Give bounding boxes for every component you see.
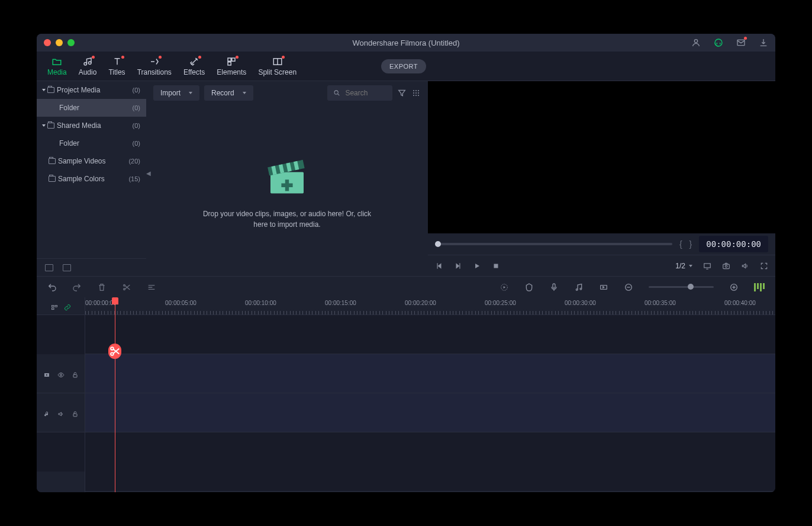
snapshot-icon[interactable] xyxy=(722,262,730,270)
tab-media[interactable]: Media xyxy=(41,54,73,79)
sidebar-item-sample-colors[interactable]: Sample Colors(15) xyxy=(37,170,146,188)
tree-item-label: Shared Media xyxy=(57,121,101,130)
audio-meter-icon[interactable] xyxy=(754,283,765,291)
playhead-split-button[interactable] xyxy=(108,344,121,359)
tab-audio[interactable]: Audio xyxy=(73,54,103,79)
maximize-window-button[interactable] xyxy=(67,39,75,46)
filter-icon[interactable] xyxy=(397,88,407,98)
video-track-icon[interactable] xyxy=(43,370,50,377)
svg-rect-32 xyxy=(553,284,555,288)
tab-effects[interactable]: Effects xyxy=(178,54,211,79)
timeline-body[interactable]: 00:00:00:0000:00:05:0000:00:10:0000:00:1… xyxy=(85,297,775,492)
timeline-ruler[interactable]: 00:00:00:0000:00:05:0000:00:10:0000:00:1… xyxy=(85,297,775,315)
titles-icon xyxy=(112,56,123,67)
search-input[interactable] xyxy=(345,89,386,97)
sidebar-item-project-media[interactable]: Project Media(0) xyxy=(37,81,146,99)
sidebar-item-folder[interactable]: Folder(0) xyxy=(37,134,146,152)
play-button[interactable] xyxy=(473,262,481,270)
tab-transitions[interactable]: Transitions xyxy=(131,54,178,79)
mark-out-button[interactable]: } xyxy=(689,239,692,249)
chevron-down-icon xyxy=(189,92,192,94)
audio-mixer-icon[interactable] xyxy=(574,283,584,292)
split-button[interactable] xyxy=(122,283,131,292)
timeline-toolbar xyxy=(37,276,775,297)
messages-icon[interactable] xyxy=(736,38,746,47)
zoom-in-button[interactable] xyxy=(729,283,739,292)
folder-icon xyxy=(47,123,54,129)
svg-point-13 xyxy=(413,92,414,94)
lock-icon[interactable] xyxy=(72,409,79,416)
preview-quality-dropdown[interactable]: 1/2 xyxy=(675,262,692,270)
voiceover-icon[interactable] xyxy=(549,283,559,292)
window-title: Wondershare Filmora (Untitled) xyxy=(352,39,459,47)
svg-rect-38 xyxy=(51,305,54,307)
audio-track-1[interactable] xyxy=(85,393,775,432)
mute-icon[interactable] xyxy=(57,409,65,416)
video-track-1[interactable] xyxy=(85,354,775,393)
audio-track-icon[interactable] xyxy=(43,409,50,416)
link-icon[interactable] xyxy=(64,303,71,310)
close-window-button[interactable] xyxy=(44,39,51,46)
svg-point-10 xyxy=(413,90,414,91)
collapse-sidebar-handle[interactable]: ◀ xyxy=(146,164,151,182)
timeline: 00:00:00:0000:00:05:0000:00:10:0000:00:1… xyxy=(37,297,775,492)
mark-in-button[interactable]: { xyxy=(679,239,682,249)
import-dropdown[interactable]: Import xyxy=(153,85,199,101)
volume-icon[interactable] xyxy=(741,262,749,270)
grid-view-icon[interactable] xyxy=(411,88,421,98)
svg-point-42 xyxy=(60,374,62,376)
svg-point-34 xyxy=(580,288,582,290)
svg-point-16 xyxy=(413,95,414,96)
minimize-window-button[interactable] xyxy=(56,39,63,46)
svg-point-11 xyxy=(415,90,417,91)
record-dropdown[interactable]: Record xyxy=(204,85,253,101)
next-frame-button[interactable] xyxy=(454,262,462,270)
edit-tools-button[interactable] xyxy=(147,283,156,292)
support-icon[interactable] xyxy=(714,38,723,47)
marker-icon[interactable] xyxy=(524,283,534,292)
render-preview-icon[interactable] xyxy=(500,283,509,292)
new-folder-plus-icon[interactable] xyxy=(45,264,53,271)
account-icon[interactable] xyxy=(691,38,701,47)
svg-rect-40 xyxy=(55,305,57,307)
lock-icon[interactable] xyxy=(72,370,79,377)
delete-button[interactable] xyxy=(97,283,107,292)
ruler-tick: 00:00:35:00 xyxy=(645,300,676,306)
undo-button[interactable] xyxy=(47,283,57,292)
media-drop-area[interactable]: Drop your video clips, images, or audio … xyxy=(146,105,428,276)
folder-icon[interactable] xyxy=(63,264,71,271)
manage-tracks-icon[interactable] xyxy=(51,303,58,310)
export-button[interactable]: EXPORT xyxy=(381,59,426,73)
ruler-tick: 00:00:20:00 xyxy=(405,300,436,306)
playhead[interactable] xyxy=(115,297,115,492)
media-sidebar: Project Media(0)Folder(0)Shared Media(0)… xyxy=(37,81,146,276)
traffic-lights xyxy=(44,39,75,46)
keyframe-icon[interactable] xyxy=(599,283,608,292)
fullscreen-icon[interactable] xyxy=(760,262,768,270)
tab-elements[interactable]: Elements xyxy=(211,54,252,79)
preview-scrubber[interactable] xyxy=(435,243,672,245)
download-icon[interactable] xyxy=(759,38,768,47)
sidebar-item-folder[interactable]: Folder(0) xyxy=(37,99,146,117)
redo-button[interactable] xyxy=(72,283,82,292)
svg-point-0 xyxy=(694,40,697,43)
app-window: Wondershare Filmora (Untitled) Media Aud… xyxy=(37,34,775,492)
zoom-out-button[interactable] xyxy=(624,283,633,292)
tab-titles[interactable]: Titles xyxy=(102,54,131,79)
folder-icon xyxy=(49,158,56,164)
prev-frame-button[interactable] xyxy=(435,262,443,270)
stop-button[interactable] xyxy=(492,262,500,270)
display-settings-icon[interactable] xyxy=(703,262,711,270)
search-box[interactable] xyxy=(327,85,392,101)
sidebar-item-sample-videos[interactable]: Sample Videos(20) xyxy=(37,152,146,170)
titlebar: Wondershare Filmora (Untitled) xyxy=(37,34,775,52)
zoom-slider[interactable] xyxy=(649,286,714,288)
preview-canvas[interactable] xyxy=(428,81,775,233)
sidebar-item-shared-media[interactable]: Shared Media(0) xyxy=(37,117,146,134)
tree-item-label: Folder xyxy=(59,139,79,147)
visibility-icon[interactable] xyxy=(57,370,65,377)
tab-split-screen[interactable]: Split Screen xyxy=(252,54,302,79)
item-count: (0) xyxy=(133,86,140,94)
tree-item-label: Sample Videos xyxy=(58,157,106,165)
tree-item-label: Project Media xyxy=(57,86,100,94)
